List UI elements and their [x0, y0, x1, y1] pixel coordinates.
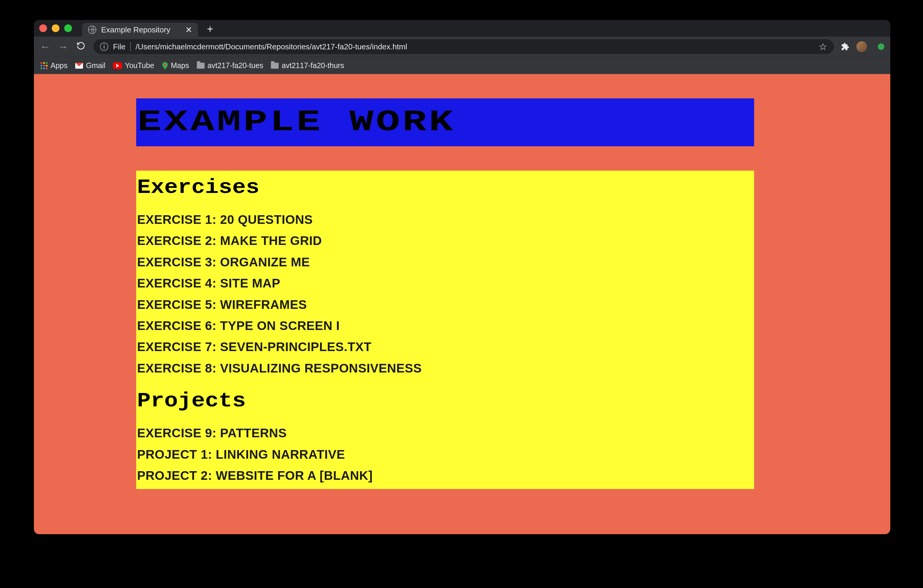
bookmark-gmail[interactable]: Gmail: [75, 61, 105, 70]
address-bar[interactable]: i File /Users/michaelmcdermott/Documents…: [94, 39, 834, 54]
gmail-icon: [75, 63, 83, 69]
tab-bar: Example Repository ✕ +: [34, 20, 890, 36]
update-indicator[interactable]: [878, 43, 884, 50]
project-link[interactable]: PROJECT 1: LINKING NARRATIVE: [137, 444, 753, 465]
exercise-link[interactable]: EXERCISE 6: TYPE ON SCREEN I: [137, 315, 753, 336]
exercise-link[interactable]: EXERCISE 1: 20 QUESTIONS: [137, 209, 753, 230]
browser-tab[interactable]: Example Repository ✕: [82, 23, 198, 36]
youtube-icon: [113, 62, 122, 69]
exercise-link[interactable]: EXERCISE 4: SITE MAP: [137, 273, 753, 294]
bookmarks-bar: Apps Gmail YouTube Maps avt217-fa20-tues…: [34, 57, 890, 74]
bookmark-label: YouTube: [125, 61, 154, 70]
project-link[interactable]: PROJECT 2: WEBSITE FOR A [BLANK]: [137, 465, 753, 486]
close-window-button[interactable]: [39, 25, 47, 32]
forward-button[interactable]: →: [57, 40, 68, 53]
bookmark-star-button[interactable]: ☆: [819, 41, 827, 52]
bookmark-label: Gmail: [86, 61, 105, 70]
section-projects-title: Projects: [137, 379, 827, 422]
bookmark-label: Apps: [51, 61, 67, 70]
exercise-link[interactable]: EXERCISE 3: ORGANIZE ME: [137, 251, 753, 273]
svg-point-0: [164, 64, 166, 66]
reload-button[interactable]: [76, 40, 86, 53]
folder-icon: [271, 63, 279, 69]
exercise-link[interactable]: EXERCISE 2: MAKE THE GRID: [137, 230, 753, 251]
window-controls: [39, 25, 72, 32]
bookmark-apps[interactable]: Apps: [41, 61, 67, 70]
reload-icon: [76, 40, 85, 49]
content-panel: Exercises EXERCISE 1: 20 QUESTIONS EXERC…: [136, 171, 754, 489]
maximize-window-button[interactable]: [64, 25, 72, 32]
extensions-button[interactable]: [841, 43, 849, 51]
project-link[interactable]: EXERCISE 9: PATTERNS: [137, 422, 753, 443]
globe-icon: [88, 26, 96, 34]
close-tab-button[interactable]: ✕: [185, 25, 192, 35]
page-viewport[interactable]: EXAMPLE WORK Exercises EXERCISE 1: 20 QU…: [34, 74, 890, 534]
bookmark-label: avt2117-fa20-thurs: [282, 61, 344, 70]
bookmark-maps[interactable]: Maps: [162, 61, 189, 70]
bookmark-folder-2[interactable]: avt2117-fa20-thurs: [271, 61, 344, 70]
browser-window: Example Repository ✕ + ← → i File /Users…: [34, 20, 890, 534]
url-path: /Users/michaelmcdermott/Documents/Reposi…: [136, 42, 814, 51]
minimize-window-button[interactable]: [52, 25, 59, 32]
folder-icon: [197, 63, 205, 69]
browser-toolbar: ← → i File /Users/michaelmcdermott/Docum…: [34, 36, 890, 57]
page-title: EXAMPLE WORK: [137, 105, 890, 139]
tab-title: Example Repository: [101, 25, 181, 34]
section-exercises-title: Exercises: [137, 171, 827, 209]
bookmark-label: avt217-fa20-tues: [207, 61, 263, 70]
url-divider: [130, 42, 131, 51]
exercise-link[interactable]: EXERCISE 5: WIREFRAMES: [137, 294, 753, 315]
maps-icon: [162, 62, 168, 69]
bookmark-youtube[interactable]: YouTube: [113, 61, 154, 70]
exercise-link[interactable]: EXERCISE 8: VISUALIZING RESPONSIVENESS: [137, 358, 753, 379]
info-icon[interactable]: i: [100, 43, 108, 51]
new-tab-button[interactable]: +: [203, 23, 217, 35]
bookmark-label: Maps: [171, 61, 189, 70]
page-content: EXAMPLE WORK Exercises EXERCISE 1: 20 QU…: [136, 99, 754, 489]
url-scheme: File: [113, 42, 125, 51]
profile-avatar[interactable]: [856, 41, 867, 52]
bookmark-folder-1[interactable]: avt217-fa20-tues: [197, 61, 263, 70]
apps-icon: [41, 62, 48, 69]
exercise-link[interactable]: EXERCISE 7: SEVEN-PRINCIPLES.TXT: [137, 336, 753, 357]
back-button[interactable]: ←: [40, 40, 51, 53]
page-banner: EXAMPLE WORK: [136, 99, 754, 146]
